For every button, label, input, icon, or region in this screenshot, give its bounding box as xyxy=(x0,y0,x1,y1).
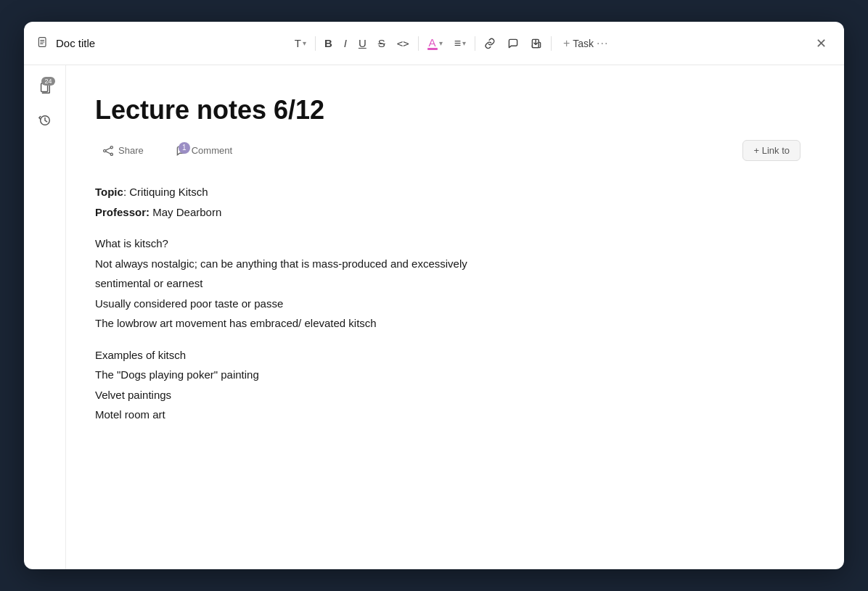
export-button[interactable] xyxy=(526,35,546,52)
document-modal: Doc title T ▾ B I U S <> xyxy=(24,22,844,569)
task-label: Task xyxy=(573,38,594,49)
toolbar: Doc title T ▾ B I U S <> xyxy=(24,22,844,65)
strikethrough-button[interactable]: S xyxy=(374,34,390,52)
topic-value: : Critiquing Kitsch xyxy=(123,186,208,198)
close-icon: ✕ xyxy=(816,36,827,51)
italic-button[interactable]: I xyxy=(340,34,351,52)
example1: The "Dogs playing poker" painting xyxy=(95,365,801,384)
professor-label: Professor: xyxy=(95,206,150,218)
comment-count-badge: 1 xyxy=(179,142,190,154)
kitsch-desc3: The lowbrow art movement has embraced/ e… xyxy=(95,314,801,333)
link-icon xyxy=(484,38,496,49)
toolbar-right: ✕ xyxy=(811,33,831,54)
comment-icon-wrap: 1 xyxy=(176,145,187,157)
task-plus-icon: + xyxy=(563,37,570,50)
link-button[interactable] xyxy=(480,35,500,52)
task-button[interactable]: + Task ··· xyxy=(556,34,615,53)
text-chevron: ▾ xyxy=(303,39,306,47)
color-picker-button[interactable]: A ▾ xyxy=(423,34,447,53)
comment-toolbar-icon xyxy=(507,38,519,49)
example2: Velvet paintings xyxy=(95,386,801,405)
divider-1 xyxy=(315,36,316,51)
professor-line: Professor: May Dearborn xyxy=(95,203,801,222)
bold-icon: B xyxy=(324,37,332,49)
kitsch-question: What is kitsch? xyxy=(95,234,801,253)
toolbar-left: Doc title xyxy=(37,36,95,51)
underline-icon: U xyxy=(359,37,367,49)
color-chevron: ▾ xyxy=(439,39,443,47)
strikethrough-icon: S xyxy=(378,37,385,49)
link-to-label: + Link to xyxy=(753,145,790,156)
align-icon: ≡ xyxy=(454,37,461,50)
color-a-icon: A xyxy=(429,37,436,48)
color-btn-inner: A xyxy=(427,37,438,50)
divider-3 xyxy=(475,36,475,51)
example3: Motel room art xyxy=(95,405,801,424)
share-label: Share xyxy=(118,145,144,156)
sidebar-history-icon[interactable] xyxy=(33,109,57,132)
underline-button[interactable]: U xyxy=(354,34,371,52)
align-chevron: ▾ xyxy=(462,39,466,47)
divider-2 xyxy=(418,36,419,51)
text-style-button[interactable]: T ▾ xyxy=(290,34,311,52)
code-icon: <> xyxy=(397,38,409,49)
code-button[interactable]: <> xyxy=(393,35,414,52)
align-button[interactable]: ≡ ▾ xyxy=(450,34,470,53)
examples-heading: Examples of kitsch xyxy=(95,346,801,365)
bold-button[interactable]: B xyxy=(320,34,337,52)
body-area: 24 Lecture notes 6/12 xyxy=(24,65,844,569)
kitsch-desc1b: sentimental or earnest xyxy=(95,274,801,293)
document-body: Topic: Critiquing Kitsch Professor: May … xyxy=(95,183,801,424)
comment-button[interactable]: 1 Comment xyxy=(168,141,239,161)
professor-value: May Dearborn xyxy=(150,206,221,218)
sidebar: 24 xyxy=(24,65,66,569)
close-button[interactable]: ✕ xyxy=(811,33,831,54)
pages-badge: 24 xyxy=(41,77,54,86)
doc-content: Lecture notes 6/12 Share xyxy=(66,65,844,569)
comment-label: Comment xyxy=(192,145,232,156)
comment-toolbar-button[interactable] xyxy=(503,35,523,52)
export-icon xyxy=(531,38,542,49)
task-dots-icon: ··· xyxy=(597,37,608,50)
link-to-button[interactable]: + Link to xyxy=(742,140,801,161)
doc-title: Doc title xyxy=(56,37,95,49)
toolbar-center: T ▾ B I U S <> A xyxy=(101,34,805,53)
sidebar-pages-icon[interactable]: 24 xyxy=(33,77,57,100)
color-bar xyxy=(427,48,438,50)
doc-meta-row: Share 1 Comment + Link to xyxy=(95,140,801,161)
share-button[interactable]: Share xyxy=(95,141,151,161)
kitsch-desc2: Usually considered poor taste or passe xyxy=(95,294,801,313)
kitsch-desc1: Not always nostalgic; can be anything th… xyxy=(95,255,801,273)
document-title: Lecture notes 6/12 xyxy=(95,94,801,125)
document-icon xyxy=(37,36,49,51)
share-icon xyxy=(102,145,114,157)
topic-label: Topic xyxy=(95,186,123,198)
text-icon: T xyxy=(295,37,301,49)
divider-4 xyxy=(551,36,552,51)
italic-icon: I xyxy=(344,37,347,49)
topic-line: Topic: Critiquing Kitsch xyxy=(95,183,801,202)
